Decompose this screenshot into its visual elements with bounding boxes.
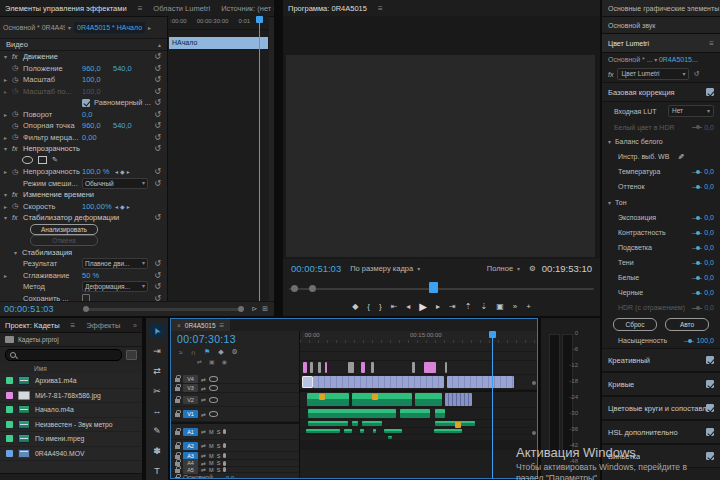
reset-icon[interactable]: ↺ [154,75,161,84]
track-header-V3[interactable]: V3⇄ [171,384,299,393]
track-header-master[interactable]: Основной0,0 [171,473,299,479]
track-lane-V3[interactable] [300,352,537,361]
section-checkbox[interactable] [706,428,714,436]
clip[interactable] [344,429,352,433]
panel-menu-icon[interactable]: ≡ [220,321,225,330]
track-target-V4[interactable]: V4 [183,375,198,383]
list-item[interactable]: Неизвестен - Звук метро [0,418,142,433]
clip[interactable] [310,362,313,373]
stopwatch-icon[interactable]: ◷ [12,76,23,84]
effect-row-16[interactable]: Анализировать [0,224,167,236]
chevron-right-icon[interactable]: ▸ [4,272,12,279]
mute-button[interactable]: M [209,460,214,466]
eye-icon[interactable] [209,397,218,403]
master-clip-label[interactable]: Основной * 0R4A4968... [3,24,65,31]
clip-name-label[interactable]: 0R4A5015... [659,56,698,63]
project-breadcrumb[interactable]: Кадеты.prproj [0,333,142,347]
timeline-playhead[interactable] [492,331,493,478]
keyframe-nav[interactable]: ◂◆▸ [115,168,130,175]
project-active[interactable]: Проект: Кадеты [5,321,60,330]
chevron-right-icon[interactable]: ▸ [4,88,12,95]
step-back-icon[interactable]: ◂ [406,302,410,311]
effect-row-15[interactable]: ▾fxСтабилизатор деформации↺ [0,212,167,224]
master-volume-value[interactable]: 0,0 [226,475,234,480]
nest-icon[interactable]: ∩ [191,349,196,356]
export-frame-icon[interactable]: ▣ [496,302,504,311]
video-section-header[interactable]: Видео▴ [0,38,167,51]
marker-icon[interactable]: ◆ [352,302,358,311]
ec-tab[interactable]: Источник: (нет кли [221,4,274,13]
zoom-handle-left[interactable] [291,285,298,292]
lock-icon[interactable] [175,387,180,391]
stopwatch-icon[interactable]: ◷ [12,202,23,210]
playback-resolution-dropdown[interactable]: Полное▾ [484,263,523,274]
chevron-right-icon[interactable]: ▸ [4,76,12,83]
wrench-icon[interactable]: ⚙ [232,348,238,356]
clip[interactable] [362,421,382,426]
slider-row[interactable]: Белые0,0 [602,270,720,285]
slider-row[interactable]: Тени0,0 [602,255,720,270]
fx-badge-icon[interactable] [372,394,378,400]
section-Креативный[interactable]: Креативный [602,348,720,372]
clip[interactable] [388,436,392,439]
solo-button[interactable]: S [217,460,221,466]
eye-icon[interactable]: ◉ [222,358,227,365]
sync-lock-icon[interactable]: ⇄ [201,376,206,383]
slider-value[interactable]: 0,0 [692,183,714,190]
section-Кривые[interactable]: Кривые [602,372,720,396]
slider-row[interactable]: Оттенок0,0 [602,179,720,194]
selection-tool[interactable]: ➤ [149,324,165,337]
mic-icon[interactable] [223,453,226,458]
fit-dropdown[interactable]: По размеру кадра▾ [347,263,423,274]
fx-badge-icon[interactable] [319,394,325,400]
label-color-swatch[interactable] [6,435,13,442]
clip[interactable] [348,362,354,373]
solo-button[interactable]: S [217,443,221,449]
property-value[interactable]: 960,0 [82,121,113,130]
lock-icon[interactable] [175,455,180,459]
list-item[interactable]: Архива1.m4a [0,374,142,389]
play-toggle-icon[interactable]: ⊳ [251,305,257,313]
sync-lock-icon[interactable]: ⇄ [201,385,206,392]
reset-icon[interactable]: ↺ [154,87,161,96]
mute-button[interactable]: M [209,443,214,449]
lock-icon[interactable] [175,399,180,403]
slider-knob-icon[interactable] [692,172,702,173]
reset-icon[interactable]: ↺ [154,167,161,176]
property-dropdown[interactable]: Обычный▾ [82,178,148,189]
chevron-down-icon[interactable]: ▾ [14,249,22,256]
reset-icon[interactable]: ↺ [154,271,161,280]
clip[interactable] [352,393,412,406]
scrollbar-dot[interactable] [532,431,536,435]
track-lane-V1[interactable] [300,375,537,390]
tab-essential-sound[interactable]: Основной звук [602,17,720,34]
section-checkbox[interactable] [706,404,714,412]
ripple-edit-tool[interactable]: ⇄ [149,364,165,377]
slider-value[interactable]: 0,0 [692,214,714,221]
effect-row-1[interactable]: ▾fxДвижение↺ [0,51,167,63]
property-value[interactable]: 540,0 [113,64,144,73]
white-balance-header[interactable]: ▾Баланс белого [602,134,720,149]
effect-row-20[interactable]: ▸Сглаживание50 %↺ [0,270,167,282]
label-color-swatch[interactable] [6,392,13,399]
effect-row-6[interactable]: ▸◷Поворот0,0↺ [0,109,167,121]
reset-icon[interactable]: ↺ [154,259,161,268]
settings-wrench-icon[interactable]: ⚙ [529,264,536,273]
panel-menu-icon[interactable]: ≡ [378,4,383,13]
track-target-V1[interactable]: V1 [183,410,198,418]
track-target-A2[interactable]: A2 [183,442,198,450]
section-basic-correction[interactable]: Базовая коррекция [602,82,720,102]
pen-mask-icon[interactable]: ✎ [52,156,58,164]
effect-controls-mini-timeline[interactable]: :00:0000:00:30:000:01 НАчало [167,16,269,302]
property-value[interactable]: 960,0 [82,64,113,73]
sync-lock-icon[interactable]: ⇄ [201,428,206,435]
section-Виньетка[interactable]: Виньетка [602,444,720,468]
track-lane-A4[interactable] [300,428,537,435]
slider-value[interactable]: 0,0 [692,168,714,175]
slider-value[interactable]: 0,0 [692,289,714,296]
reset-icon[interactable]: ↺ [154,213,161,222]
effect-button[interactable]: Анализировать [30,224,98,235]
stopwatch-icon[interactable]: ◷ [12,168,23,176]
property-value[interactable]: 50 % [82,271,113,280]
chevron-down-icon[interactable]: ▾ [4,145,12,152]
